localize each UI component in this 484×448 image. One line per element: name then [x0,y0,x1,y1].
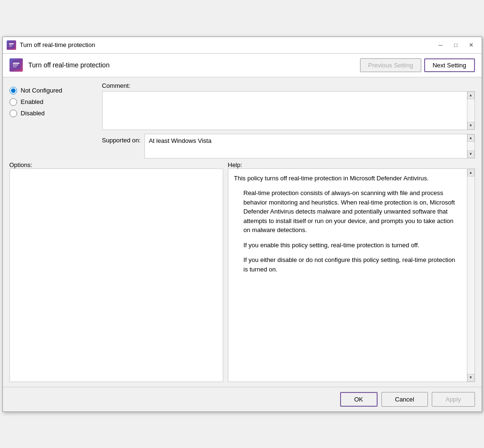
comment-section: Comment: ▲ ▼ [102,82,475,130]
window-controls: ─ □ ✕ [434,40,478,50]
comment-textarea[interactable] [103,92,467,130]
svg-rect-1 [9,43,14,44]
comment-scrollbar: ▲ ▼ [467,92,475,130]
help-para-4: If you either disable or do not configur… [244,255,461,274]
window-title: Turn off real-time protection [20,41,430,48]
enabled-radio[interactable] [9,98,17,106]
help-scroll-track [467,177,475,374]
svg-rect-3 [9,46,12,47]
help-panel-wrapper: This policy turns off real-time protecti… [228,168,475,382]
comment-scroll-track [467,99,475,122]
help-para-2: Real-time protection consists of always-… [244,188,461,235]
apply-button: Apply [432,392,475,407]
title-bar: Turn off real-time protection ─ □ ✕ [3,37,482,54]
comment-box: ▲ ▼ [102,91,475,130]
help-scroll-down[interactable]: ▼ [467,374,475,382]
help-scrollbar: ▲ ▼ [467,169,475,382]
right-fields: Comment: ▲ ▼ Supported on: [102,82,475,159]
supported-label: Supported on: [102,134,141,144]
supported-box: At least Windows Vista ▲ ▼ [144,134,475,159]
footer: OK Cancel Apply [3,387,482,411]
not-configured-label: Not Configured [21,87,62,94]
help-para-1: This policy turns off real-time protecti… [234,174,461,183]
not-configured-radio[interactable] [9,87,17,94]
minimize-button[interactable]: ─ [434,40,447,50]
header-icon [9,58,23,72]
options-section-label: Options: [9,161,223,168]
svg-rect-6 [13,65,18,65]
supported-scroll-down[interactable]: ▼ [467,150,475,158]
header-title: Turn off real-time protection [28,61,355,69]
disabled-radio-label[interactable]: Disabled [9,110,97,117]
svg-rect-2 [9,45,13,46]
main-window: Turn off real-time protection ─ □ ✕ Turn… [2,37,482,412]
maximize-button[interactable]: □ [449,40,463,50]
nav-buttons: Previous Setting Next Setting [360,58,475,72]
supported-scrollbar: ▲ ▼ [467,134,475,158]
comment-label: Comment: [102,82,131,89]
comment-scroll-down[interactable]: ▼ [467,122,475,130]
panels-row: This policy turns off real-time protecti… [9,168,475,382]
top-fields: Not Configured Enabled Disabled [9,82,475,159]
supported-scroll-up[interactable]: ▲ [467,134,475,142]
header-bar: Turn off real-time protection Previous S… [3,54,482,77]
next-setting-button[interactable]: Next Setting [424,58,475,72]
comment-scroll-up[interactable]: ▲ [467,92,475,99]
app-icon [7,40,16,50]
content-area: Not Configured Enabled Disabled [3,77,482,387]
help-section-label: Help: [228,161,475,168]
svg-rect-5 [13,63,19,64]
help-panel: This policy turns off real-time protecti… [228,169,467,382]
section-headers: Options: Help: [9,161,475,168]
enabled-radio-label[interactable]: Enabled [9,98,97,106]
options-panel [9,168,223,382]
disabled-radio[interactable] [9,110,17,117]
disabled-label: Disabled [21,110,45,117]
help-scroll-up[interactable]: ▲ [467,169,475,177]
enabled-label: Enabled [21,98,44,105]
supported-scroll-track [467,142,475,150]
supported-section: Supported on: At least Windows Vista ▲ ▼ [102,134,475,159]
radio-group-panel: Not Configured Enabled Disabled [9,82,97,159]
prev-setting-button[interactable]: Previous Setting [360,58,421,72]
close-button[interactable]: ✕ [465,40,478,50]
supported-value: At least Windows Vista [145,134,466,158]
radio-group: Not Configured Enabled Disabled [9,82,97,117]
help-para-3: If you enable this policy setting, real-… [244,241,461,250]
not-configured-radio-label[interactable]: Not Configured [9,87,97,94]
ok-button[interactable]: OK [340,392,378,407]
svg-rect-7 [13,66,17,67]
cancel-button[interactable]: Cancel [381,392,428,407]
